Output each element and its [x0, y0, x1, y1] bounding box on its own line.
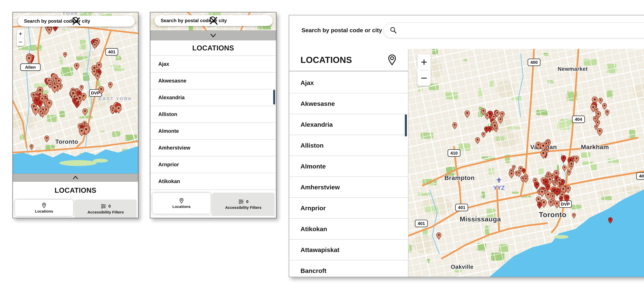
svg-text:YORK: YORK: [62, 12, 78, 16]
svg-text:Newmarket: Newmarket: [558, 66, 588, 72]
location-pin-icon: [41, 202, 47, 208]
map-desktop[interactable]: NewmarketVaughanMarkhamBramptonYYZMissis…: [408, 49, 644, 277]
sidebar-title: LOCATIONS: [300, 55, 352, 65]
svg-text:400: 400: [530, 60, 538, 65]
city-list-item[interactable]: Bancroft: [150, 189, 276, 192]
tab-label: Locations: [172, 204, 190, 209]
svg-text:DVP: DVP: [91, 91, 100, 95]
drawer-collapse-handle[interactable]: [150, 31, 276, 40]
search-input[interactable]: Search by postal code or city: [154, 15, 273, 26]
svg-text:Toronto: Toronto: [539, 210, 566, 219]
city-list-item[interactable]: Alliston: [150, 106, 276, 122]
svg-text:410: 410: [450, 151, 458, 155]
svg-text:Mississauga: Mississauga: [460, 215, 501, 223]
city-list-item[interactable]: Bancroft: [289, 260, 408, 277]
desktop-panel: Search by postal code or city LOCATIONS …: [289, 15, 644, 277]
city-list-item[interactable]: Amherstview: [150, 139, 276, 156]
svg-text:YYZ: YYZ: [493, 184, 505, 191]
city-list-item[interactable]: Ajax: [289, 73, 408, 93]
locations-list-title: LOCATIONS: [150, 40, 276, 56]
map-canvas[interactable]: YORKEAST YORKTorontoAllen401DVP: [13, 12, 138, 173]
city-list-item[interactable]: Alexandria: [150, 89, 276, 106]
svg-text:401: 401: [639, 174, 644, 179]
filters-count: 0: [108, 204, 111, 209]
sliders-icon: [100, 203, 106, 209]
city-list-item[interactable]: Alexandria: [289, 114, 408, 135]
city-list-item[interactable]: Almonte: [150, 122, 276, 139]
road-badge: 401: [415, 220, 428, 227]
road-badge: Allen: [20, 64, 40, 71]
tab-locations[interactable]: Locations: [15, 200, 73, 216]
road-badge: 410: [448, 150, 460, 156]
locations-sidebar: LOCATIONS AjaxAkwesasneAlexandriaAllisto…: [289, 49, 408, 277]
svg-text:Brampton: Brampton: [444, 174, 475, 181]
svg-text:EAST YORK: EAST YORK: [99, 96, 132, 101]
drawer-expand-handle[interactable]: [13, 173, 138, 182]
road-badge: 401: [636, 173, 644, 180]
svg-text:DVP: DVP: [561, 202, 570, 206]
city-list-item[interactable]: Amherstview: [289, 177, 408, 198]
locations-drawer-title: LOCATIONS: [13, 182, 138, 199]
map-mobile[interactable]: YORKEAST YORKTorontoAllen401DVP Search b…: [13, 12, 138, 173]
tab-label: Locations: [35, 209, 53, 213]
sidebar-header: LOCATIONS: [289, 49, 408, 72]
zoom-out-button[interactable]: −: [17, 38, 24, 46]
tab-accessibility-filters[interactable]: 0 Accessibility Filters: [212, 193, 274, 215]
tab-label: Accessibility Filters: [225, 205, 262, 210]
scrollbar-thumb[interactable]: [273, 90, 275, 105]
mobile-list-panel: Search by postal code or city LOCATIONS …: [150, 12, 276, 218]
svg-text:404: 404: [575, 117, 582, 122]
city-list-item[interactable]: Attawapiskat: [289, 239, 408, 260]
tab-accessibility-filters[interactable]: 0 Accessibility Filters: [75, 200, 136, 218]
bottom-tab-bar: Locations 0 Accessibility Filters: [13, 199, 138, 218]
svg-text:401: 401: [108, 49, 116, 54]
road-badge: 400: [528, 59, 540, 66]
bottom-tab-bar: Locations 0 Accessibility Filters: [150, 192, 276, 216]
zoom-in-button[interactable]: +: [17, 30, 24, 38]
map-mobile-sliver[interactable]: Search by postal code or city: [150, 12, 276, 31]
scrollbar-thumb[interactable]: [405, 114, 407, 137]
city-list-item[interactable]: Akwesasne: [150, 72, 276, 89]
svg-text:Allen: Allen: [25, 65, 36, 70]
road-badge: 401: [456, 204, 468, 211]
city-list-item[interactable]: Akwesasne: [289, 93, 408, 114]
tab-label: Accessibility Filters: [88, 210, 124, 214]
city-list-item[interactable]: Almonte: [289, 156, 408, 177]
search-icon: [389, 26, 398, 35]
filters-count: 0: [246, 199, 248, 204]
city-list-item[interactable]: Arnprior: [289, 198, 408, 219]
city-list: AjaxAkwesasneAlexandriaAllistonAlmonteAm…: [150, 56, 276, 192]
chevron-down-icon: [209, 32, 217, 39]
city-list-item[interactable]: Atikokan: [150, 173, 276, 189]
svg-text:Toronto: Toronto: [55, 138, 78, 145]
zoom-out-button[interactable]: −: [418, 70, 430, 86]
search-input[interactable]: [384, 23, 644, 38]
road-badge: 404: [572, 116, 584, 123]
map-zoom-control: + −: [17, 30, 24, 46]
city-list-item[interactable]: Alliston: [289, 135, 408, 156]
svg-text:401: 401: [458, 205, 465, 210]
search-input[interactable]: Search by postal code or city: [18, 16, 135, 27]
location-pin-icon: [386, 54, 398, 66]
road-badge: 401: [106, 48, 118, 55]
tab-locations[interactable]: Locations: [152, 193, 210, 214]
search-bar-area: Search by postal code or city: [289, 15, 644, 49]
city-list-item[interactable]: Atikokan: [289, 219, 408, 239]
search-label: Search by postal code or city: [302, 23, 382, 38]
svg-text:401: 401: [418, 221, 425, 226]
svg-text:Markham: Markham: [581, 144, 609, 150]
chevron-up-icon: [72, 174, 79, 181]
mobile-map-panel: YORKEAST YORKTorontoAllen401DVP Search b…: [12, 12, 138, 218]
city-list: AjaxAkwesasneAlexandriaAllistonAlmonteAm…: [289, 73, 408, 277]
location-pin-icon: [178, 198, 184, 204]
map-canvas[interactable]: NewmarketVaughanMarkhamBramptonYYZMissis…: [408, 49, 644, 277]
sliders-icon: [238, 199, 244, 205]
city-list-item[interactable]: Ajax: [150, 56, 276, 72]
map-zoom-control: + −: [418, 54, 430, 86]
city-list-item[interactable]: Arnprior: [150, 156, 276, 173]
zoom-in-button[interactable]: +: [418, 54, 430, 70]
svg-text:Oakville: Oakville: [451, 264, 474, 270]
